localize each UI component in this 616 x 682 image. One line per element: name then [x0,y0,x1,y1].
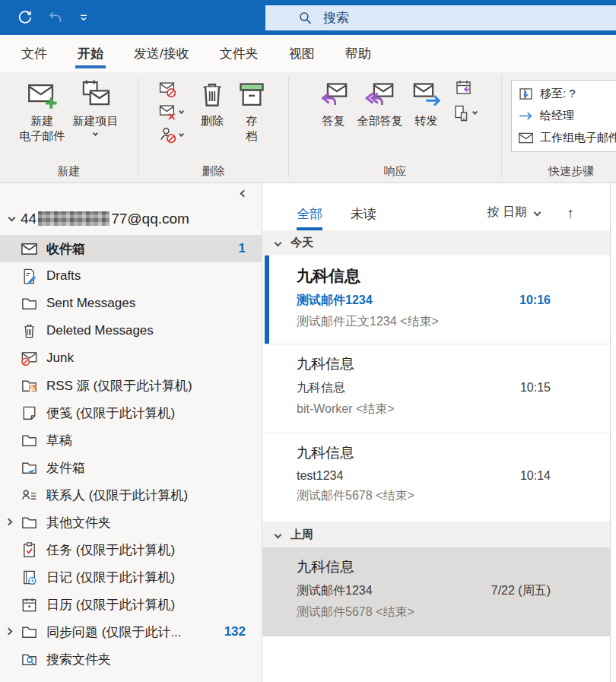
sync-icon [17,9,33,26]
message-time: 10:16 [519,293,551,307]
folder-icon [21,623,38,641]
group-header-last-week[interactable]: 上周 [262,522,610,547]
journal-icon [21,569,38,586]
filter-tab-unread[interactable]: 未读 [351,205,376,230]
junk-button[interactable] [158,125,183,144]
message-item[interactable]: 九科信息 test1234 10:14 测试邮件5678 <结束> [262,433,610,522]
group-header-today[interactable]: 今天 [262,230,610,255]
sidebar-item-notes[interactable]: 便笺 (仅限于此计算机) [0,399,262,427]
search-input[interactable]: 搜索 [265,5,616,30]
sidebar-item-journal[interactable]: 日记 (仅限于此计算机) [0,563,262,591]
message-time: 10:14 [520,469,551,483]
new-email-button[interactable]: 新建 电子邮件 [16,78,69,145]
clean-up-button[interactable] [158,103,183,122]
customize-quick-access-toolbar-button[interactable] [76,10,91,25]
tab-file[interactable]: 文件 [6,35,62,72]
folder-pane: 44 77@qq.com 收件箱 1 Drafts [0,183,262,682]
folder-icon [21,514,38,531]
search-folder-icon [21,651,38,668]
quick-step-team-email[interactable]: 工作组电子邮件 [518,127,616,149]
ribbon-group-label: 快速步骤 [502,164,616,179]
delete-button[interactable]: 删除 [192,78,232,130]
sidebar-item-sent-messages[interactable]: Sent Messages [0,290,262,317]
reply-all-button[interactable]: 全部答复 [354,78,407,130]
chevron-down-icon [8,214,16,222]
reply-icon [318,79,350,111]
meeting-icon [454,78,474,97]
archive-button[interactable]: 存 档 [232,78,271,145]
sidebar-item-other-folders[interactable]: 其他文件夹 [0,509,262,536]
sidebar-item-tasks[interactable]: 任务 (仅限于此计算机) [0,536,262,563]
device-im-icon [451,103,471,123]
quick-step-to-manager[interactable]: 给经理 [518,105,616,127]
meeting-button[interactable] [454,78,474,97]
chevron-down-icon [472,109,477,115]
forward-button[interactable]: 转发 [407,78,446,130]
sidebar-item-calendar[interactable]: 日历 (仅限于此计算机) [0,591,262,618]
reply-all-icon [364,79,396,111]
message-preview: 测试邮件5678 <结束> [297,488,610,504]
chevron-down-icon [179,131,184,136]
titlebar: 搜索 [0,0,616,35]
trash-icon [21,322,38,340]
message-subject: test1234 [297,469,343,483]
sidebar-item-inbox[interactable]: 收件箱 1 [0,235,262,262]
chevron-right-icon[interactable] [5,519,13,526]
junk-icon [21,350,38,367]
message-preview: 测试邮件5678 <结束> [297,604,610,620]
send-receive-sync-button[interactable] [15,8,35,27]
undo-button[interactable] [46,8,65,27]
search-icon [297,10,313,26]
message-item-selected[interactable]: 九科信息 测试邮件1234 7/22 (周五) 测试邮件5678 <结束> [262,547,610,636]
sort-direction-button[interactable]: ↑ [567,205,575,222]
message-preview: 测试邮件正文1234 <结束> [297,314,610,330]
tasks-icon [21,541,38,559]
new-items-button[interactable]: 新建项目 [69,78,122,137]
tab-folder[interactable]: 文件夹 [205,35,274,72]
tab-view[interactable]: 视图 [274,35,330,72]
quick-step-move-to[interactable]: 移至: ? [518,83,616,105]
sort-by-dropdown[interactable]: 按 日期 [487,205,540,220]
message-preview: bit-Worker <结束> [297,401,610,417]
account-name-suffix: 77@qq.com [111,211,189,227]
chevron-down-icon [93,131,98,136]
ribbon-tab-bar: 文件 开始 发送/接收 文件夹 视图 帮助 [0,35,616,72]
sidebar-item-sync-issues[interactable]: 同步问题 (仅限于此计... 132 [0,618,262,646]
filter-tab-all[interactable]: 全部 [297,205,322,230]
message-item[interactable]: 九科信息 九科信息 10:15 bit-Worker <结束> [262,344,610,433]
arrow-right-icon [518,108,534,124]
sidebar-item-contacts[interactable]: 联系人 (仅限于此计算机) [0,481,262,509]
tab-home[interactable]: 开始 [62,35,119,72]
ignore-button[interactable] [158,80,183,99]
sidebar-item-deleted-messages[interactable]: Deleted Messages [0,317,262,344]
ribbon-group-new: 新建 电子邮件 新建项目 新建 [0,72,138,182]
tab-help[interactable]: 帮助 [330,35,386,72]
reply-button[interactable]: 答复 [314,78,354,130]
sidebar-item-drafts[interactable]: Drafts [0,262,262,290]
outbox-icon [21,459,38,477]
ribbon-group-label: 新建 [0,164,138,179]
collapse-folder-pane-icon[interactable] [240,190,248,198]
sidebar-item-rss-feeds[interactable]: RSS 源 (仅限于此计算机) [0,372,262,399]
message-sender: 九科信息 [297,557,610,577]
sidebar-item-search-folders[interactable]: 搜索文件夹 [0,646,262,673]
chevron-right-icon[interactable] [5,628,13,636]
move-to-folder-icon [518,86,534,102]
sidebar-item-draft-folder[interactable]: 草稿 [0,427,262,454]
calendar-icon [21,596,38,614]
drafts-icon [21,268,38,285]
sidebar-item-junk[interactable]: Junk [0,344,262,372]
new-email-icon [27,79,59,111]
inbox-icon [21,240,38,258]
censored-account-text [38,211,110,226]
message-item[interactable]: 九科信息 测试邮件1234 10:16 测试邮件正文1234 <结束> [262,255,610,344]
clean-up-icon [158,103,177,122]
quick-steps-gallery: 移至: ? 给经理 工作组电子邮件 [511,80,616,152]
instant-message-button[interactable] [451,103,477,123]
account-header[interactable]: 44 77@qq.com [0,202,262,235]
ribbon-group-delete: 删除 存 档 删除 [138,72,288,182]
ribbon-group-label: 删除 [138,164,288,179]
sidebar-item-outbox[interactable]: 发件箱 [0,454,262,481]
search-placeholder: 搜索 [323,9,349,27]
tab-send-receive[interactable]: 发送/接收 [119,35,205,72]
